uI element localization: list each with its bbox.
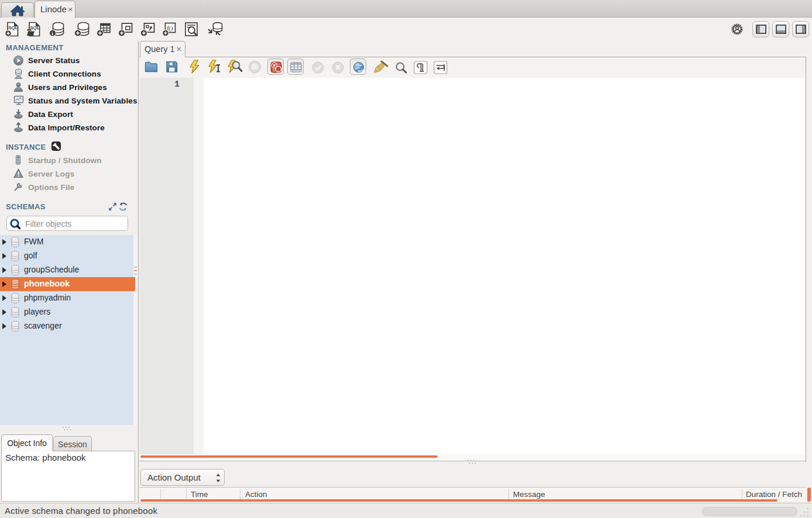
svg-text:SQL: SQL bbox=[30, 25, 40, 30]
svg-text:SQL: SQL bbox=[8, 25, 18, 30]
